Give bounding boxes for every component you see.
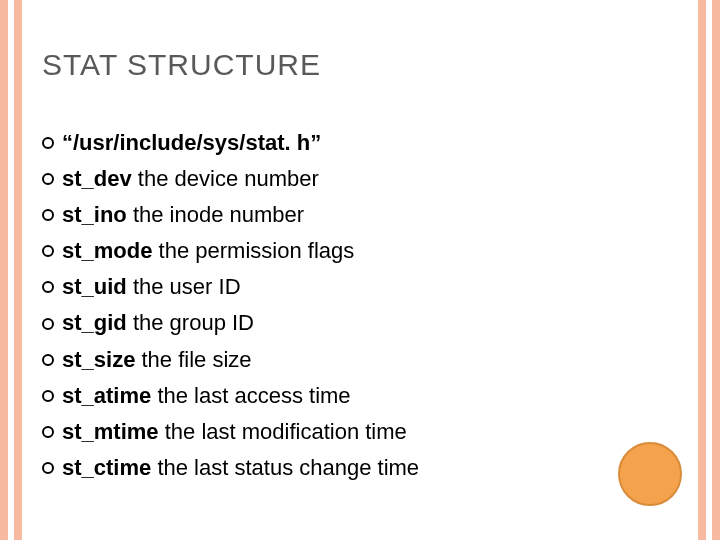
item-desc: the group ID — [127, 310, 254, 335]
right-stripe-outer — [712, 0, 720, 540]
bullet-list: “/usr/include/sys/stat. h” st_dev the de… — [42, 126, 678, 487]
item-desc: the last modification time — [159, 419, 407, 444]
list-item: st_gid the group ID — [42, 306, 678, 340]
item-bold: st_uid — [62, 274, 127, 299]
bullet-icon — [42, 245, 54, 257]
item-bold: st_ctime — [62, 455, 151, 480]
list-item: st_atime the last access time — [42, 379, 678, 413]
bullet-icon — [42, 173, 54, 185]
item-desc: the file size — [135, 347, 251, 372]
item-desc: the user ID — [127, 274, 241, 299]
item-bold: st_size — [62, 347, 135, 372]
bullet-icon — [42, 281, 54, 293]
list-item: st_size the file size — [42, 343, 678, 377]
decorative-circle-icon — [618, 442, 682, 506]
item-desc: the inode number — [127, 202, 304, 227]
item-bold: st_gid — [62, 310, 127, 335]
list-item: st_ctime the last status change time — [42, 451, 678, 485]
list-item: st_mode the permission flags — [42, 234, 678, 268]
item-bold: st_mode — [62, 238, 152, 263]
bullet-icon — [42, 354, 54, 366]
bullet-icon — [42, 462, 54, 474]
item-desc: the device number — [132, 166, 319, 191]
right-stripe-inner — [698, 0, 706, 540]
bullet-icon — [42, 318, 54, 330]
bullet-icon — [42, 426, 54, 438]
item-desc: the last status change time — [151, 455, 419, 480]
list-item: st_ino the inode number — [42, 198, 678, 232]
item-bold: st_mtime — [62, 419, 159, 444]
item-bold: st_dev — [62, 166, 132, 191]
left-stripe-outer — [0, 0, 8, 540]
item-bold: st_atime — [62, 383, 151, 408]
list-item: st_mtime the last modification time — [42, 415, 678, 449]
slide-title: STAT STRUCTURE — [42, 48, 321, 82]
list-item: st_dev the device number — [42, 162, 678, 196]
bullet-icon — [42, 137, 54, 149]
bullet-icon — [42, 390, 54, 402]
left-stripe-inner — [14, 0, 22, 540]
list-item: “/usr/include/sys/stat. h” — [42, 126, 678, 160]
item-desc: the permission flags — [152, 238, 354, 263]
bullet-icon — [42, 209, 54, 221]
list-item: st_uid the user ID — [42, 270, 678, 304]
item-bold: “/usr/include/sys/stat. h” — [62, 130, 321, 155]
item-bold: st_ino — [62, 202, 127, 227]
item-desc: the last access time — [151, 383, 350, 408]
